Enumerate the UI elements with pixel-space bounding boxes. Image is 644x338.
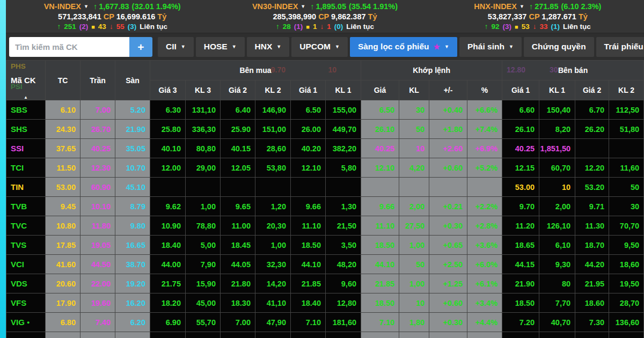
ticker-cell[interactable]: SSI: [6, 139, 46, 158]
tab-chứng-quyền[interactable]: Chứng quyền: [524, 37, 594, 57]
price-cell: 6.60: [502, 100, 539, 120]
table-row: TCI11.5012.3010.7012.0029,0012.0553,8012…: [6, 158, 644, 178]
add-symbol-button[interactable]: +: [129, 37, 152, 57]
ticker-cell[interactable]: SHS: [6, 120, 46, 139]
star-icon: ★: [434, 42, 441, 51]
column-header[interactable]: Giá 3: [150, 80, 186, 100]
chevron-down-icon: ▼: [232, 44, 237, 49]
column-header[interactable]: KL: [399, 80, 429, 100]
price-cell: 21.95: [575, 274, 609, 293]
nav-bar: + CII▼ HOSE▼ HNX▼ UPCOM▼ Sàng lọc cổ phi…: [6, 33, 644, 60]
ticker-cell[interactable]: TVS: [6, 236, 46, 255]
column-header-san[interactable]: Sàn: [115, 61, 150, 100]
ticker-cell[interactable]: VIX: [6, 332, 46, 338]
price-cell: 18.60: [575, 293, 609, 313]
chevron-down-icon: ▼: [276, 44, 281, 49]
column-header[interactable]: Giá 2: [575, 80, 609, 100]
column-header[interactable]: %: [467, 80, 502, 100]
stock-trading-board: VN-INDEX▼↑1,677.83(32.01 1.94%) 571,233,…: [0, 0, 644, 338]
column-header[interactable]: KL 1: [539, 80, 575, 100]
price-cell: 12.10: [361, 158, 399, 178]
column-header[interactable]: +/-: [429, 80, 467, 100]
ticker-cell[interactable]: VFS: [6, 293, 46, 313]
price-cell: +4.4%: [467, 313, 502, 332]
column-header[interactable]: KL 2: [255, 80, 291, 100]
tab-hnx[interactable]: HNX▼: [247, 37, 290, 57]
price-cell: +7.4%: [467, 120, 502, 139]
price-cell: 27.00: [150, 332, 186, 338]
tab-hose[interactable]: HOSE▼: [196, 37, 245, 57]
status-dot-icon: ●: [27, 320, 30, 325]
column-header[interactable]: Giá 1: [502, 80, 539, 100]
ticker-cell[interactable]: TVB: [6, 197, 46, 216]
price-cell: 155,00: [326, 100, 361, 120]
price-board: PHS Mã CK PSI ▲ TC Trần Sàn Bên mua 9.70…: [6, 60, 644, 338]
price-cell: 7.30: [575, 313, 609, 332]
index-change: (32.01 1.94%): [132, 2, 181, 11]
price-cell: 6.50: [361, 100, 399, 120]
san-cell: 16.65: [115, 236, 150, 255]
table-row: SHS24.3026.7021.9025.80336,3025.90151,00…: [6, 120, 644, 139]
price-cell: [255, 178, 291, 197]
column-header-tran[interactable]: Trần: [80, 61, 115, 100]
price-cell: [467, 178, 502, 197]
ghost-value: 10: [328, 65, 336, 74]
price-cell: 18.20: [150, 293, 186, 313]
index-turnover: 1,287.671: [541, 12, 576, 21]
san-cell: 16.20: [115, 293, 150, 313]
price-cell: 9,30: [539, 255, 575, 274]
price-cell: 50: [399, 120, 429, 139]
ticker-cell[interactable]: TVC: [6, 216, 46, 236]
column-header[interactable]: Giá: [361, 80, 399, 100]
price-cell: 1,00: [255, 236, 291, 255]
column-header[interactable]: KL 2: [609, 80, 644, 100]
index-card-vn-index[interactable]: VN-INDEX▼↑1,677.83(32.01 1.94%) 571,233,…: [6, 2, 218, 31]
group-header-buy: Bên mua 9.70 10: [150, 61, 361, 80]
column-header[interactable]: Giá 2: [221, 80, 255, 100]
price-cell: 26.20: [575, 120, 609, 139]
column-header-symbol[interactable]: PHS Mã CK PSI ▲: [6, 61, 46, 100]
ticker-cell[interactable]: TIN: [6, 178, 46, 197]
price-cell: 60,70: [539, 332, 575, 338]
column-header[interactable]: KL 1: [326, 80, 361, 100]
tab-phái-sinh[interactable]: Phái sinh▼: [459, 37, 522, 57]
price-cell: 1,50: [399, 332, 429, 338]
index-card-vn30-index[interactable]: VN30-INDEX▼↑1,895.05(35.54 1.91%) 285,39…: [218, 2, 431, 31]
tab-trái-phiếu-do[interactable]: Trái phiếu do: [596, 37, 644, 57]
ticker-cell[interactable]: SBS: [6, 100, 46, 120]
search-input[interactable]: [9, 37, 129, 57]
price-cell: 112,50: [609, 100, 644, 120]
column-header-tc[interactable]: TC: [46, 61, 80, 100]
ticker-cell[interactable]: VIG ●: [6, 313, 46, 332]
tc-cell: 20.60: [46, 274, 80, 293]
price-cell: 27.05: [221, 332, 255, 338]
ticker-cell[interactable]: VDS: [6, 274, 46, 293]
table-row: VFS17.9019.6016.2018.2045,0018.3041,1018…: [6, 293, 644, 313]
column-header[interactable]: Giá 1: [291, 80, 326, 100]
price-cell: +2.2%: [467, 197, 502, 216]
table-row: VIX25.5027.0523.8527.00119,7027.05266,40…: [6, 332, 644, 338]
decliners-arrow-icon: ↓: [320, 23, 324, 31]
tab-upcom[interactable]: UPCOM▼: [291, 37, 348, 57]
tc-cell: 9.45: [46, 197, 80, 216]
tab-cii[interactable]: CII▼: [158, 37, 194, 57]
price-cell: 25.90: [221, 120, 255, 139]
index-card-hnx-index[interactable]: HNX-INDEX▼↑271.85(6.10 2.3%) 53,827,337 …: [431, 2, 644, 31]
tc-cell: 53.00: [46, 178, 80, 197]
tran-cell: 12.30: [80, 158, 115, 178]
price-cell: 21.90: [502, 274, 539, 293]
ticker-cell[interactable]: VCI: [6, 255, 46, 274]
column-header[interactable]: KL 3: [186, 80, 221, 100]
price-cell: 53,80: [255, 158, 291, 178]
price-cell: 9.62: [150, 197, 186, 216]
price-cell: 40.25: [502, 139, 539, 158]
stock-table-body: SBS6.107.005.206.30131,106.40146,906.501…: [6, 100, 644, 338]
price-cell: 2,00: [399, 197, 429, 216]
tab-sàng-lọc-cổ-phiếu[interactable]: Sàng lọc cổ phiếu★▼: [350, 37, 457, 57]
chevron-down-icon: ▼: [181, 44, 186, 49]
index-name: VN30-INDEX: [252, 2, 298, 11]
price-cell: [399, 178, 429, 197]
price-cell: +5.2%: [467, 158, 502, 178]
price-cell: 12,80: [326, 293, 361, 313]
ticker-cell[interactable]: TCI: [6, 158, 46, 178]
